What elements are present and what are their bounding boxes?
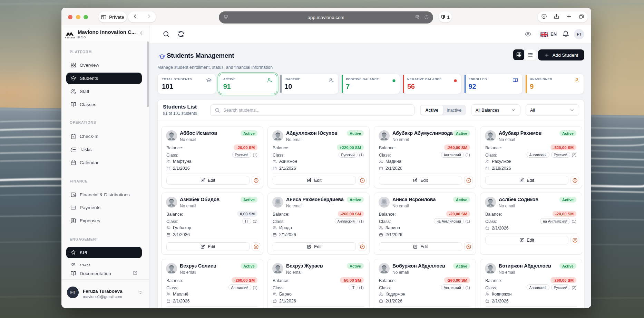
svg-text:MAVLONO: MAVLONO bbox=[65, 37, 76, 39]
